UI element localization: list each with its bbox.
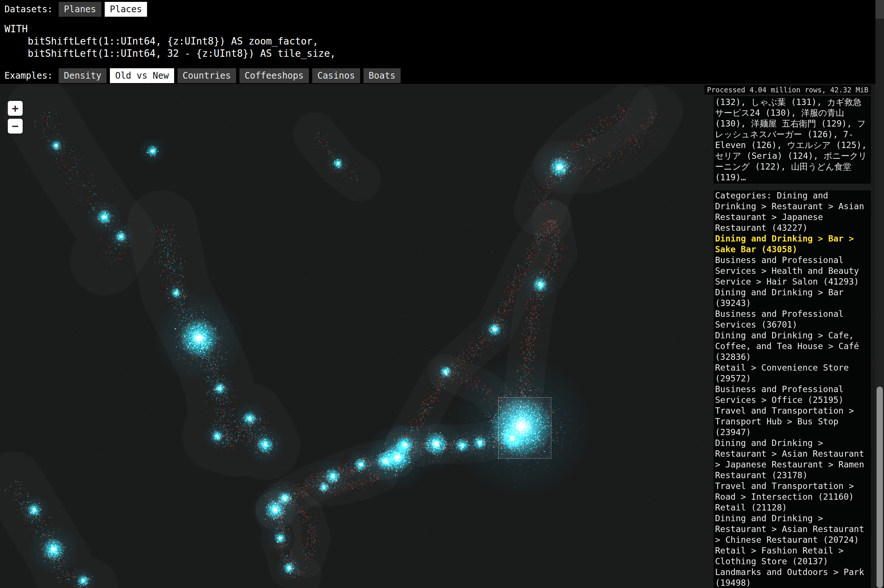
zoom-out-button[interactable]: − [8, 119, 23, 134]
category-item: Business and Professional Services > Hea… [714, 255, 871, 287]
dataset-button-planes[interactable]: Planes [59, 2, 101, 17]
dataset-button-places[interactable]: Places [105, 2, 147, 17]
example-button-casinos[interactable]: Casinos [312, 68, 360, 83]
examples-label: Examples: [5, 70, 53, 81]
category-item: Dining and Drinking > Restaurant > Asian… [714, 438, 871, 481]
category-item: Retail > Fashion Retail > Clothing Store… [714, 545, 871, 567]
brands-summary: (132), しゃぶ葉 (131), カギ救急サービス24 (130), 洋服の… [714, 96, 871, 184]
sql-editor[interactable]: WITH bitShiftLeft(1::UInt64, {z:UInt8}) … [0, 18, 875, 68]
category-item: Dining and Drinking > Restaurant > Asian… [714, 513, 871, 545]
category-item: Landmarks and Outdoors > Park (19498) [714, 567, 871, 588]
map-container[interactable]: + − Processed 4.04 million rows, 42.32 M… [0, 84, 875, 588]
categories-list: Categories: Dining and Drinking > Restau… [714, 190, 871, 588]
category-item: Dining and Drinking > Bar (39243) [714, 287, 871, 309]
page-scrollbar[interactable] [875, 0, 884, 588]
example-button-density[interactable]: Density [59, 68, 107, 83]
scrollbar-thumb[interactable] [876, 387, 883, 588]
sql-code[interactable]: WITH bitShiftLeft(1::UInt64, {z:UInt8}) … [0, 18, 875, 60]
category-item: Dining and Drinking > Cafe, Coffee, and … [714, 330, 871, 363]
examples-bar: Examples: DensityOld vs NewCountriesCoff… [0, 68, 875, 84]
example-button-countries[interactable]: Countries [177, 68, 236, 83]
processed-status: Processed 4.04 million rows, 42.32 MiB [704, 85, 871, 94]
category-item: Business and Professional Services (3670… [714, 309, 871, 330]
scrollbar-top-cap [875, 0, 884, 18]
category-item: Travel and Transportation > Road > Inter… [714, 481, 871, 502]
category-item: Travel and Transportation > Transport Hu… [714, 405, 871, 438]
category-item: Retail (21128) [714, 502, 871, 513]
category-item-highlighted: Dining and Drinking > Bar > Sake Bar (43… [714, 233, 871, 255]
datasets-bar: Datasets: PlanesPlaces [0, 0, 875, 18]
example-button-boats[interactable]: Boats [364, 68, 401, 83]
map-selection-box[interactable] [498, 398, 551, 459]
category-item: Retail > Convenience Store (29572) [714, 363, 871, 384]
datasets-label: Datasets: [5, 4, 53, 15]
datasets-buttons: PlanesPlaces [59, 2, 147, 17]
examples-buttons: DensityOld vs NewCountriesCoffeeshopsCas… [59, 68, 401, 83]
example-button-old-vs-new[interactable]: Old vs New [110, 68, 174, 83]
category-item: Categories: Dining and Drinking > Restau… [714, 190, 871, 233]
zoom-control: + − [8, 101, 23, 134]
results-panel: (132), しゃぶ葉 (131), カギ救急サービス24 (130), 洋服の… [714, 96, 871, 588]
zoom-in-button[interactable]: + [8, 101, 23, 116]
example-button-coffeeshops[interactable]: Coffeeshops [239, 68, 309, 83]
category-item: Business and Professional Services > Off… [714, 384, 871, 405]
